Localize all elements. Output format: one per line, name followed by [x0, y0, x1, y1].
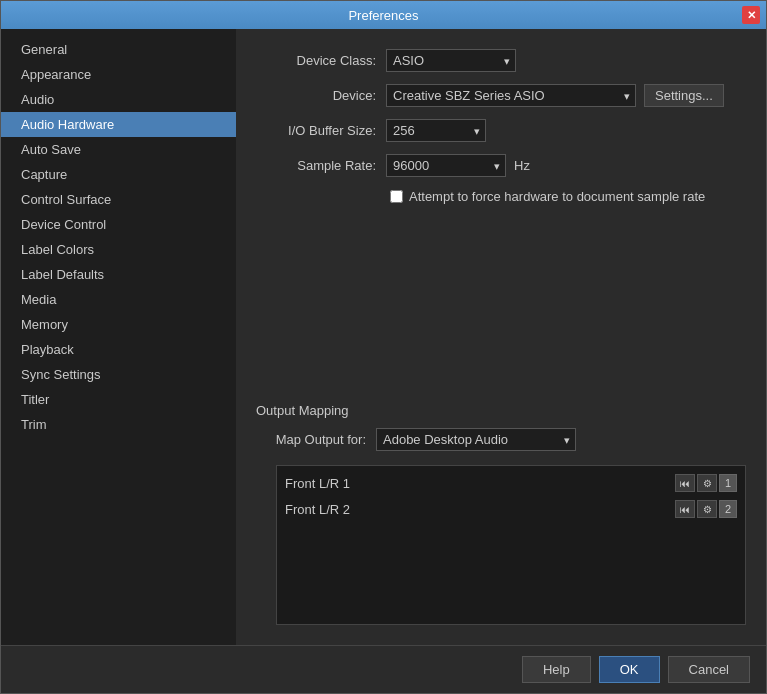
output-list: Front L/R 1⏮⚙1Front L/R 2⏮⚙2: [276, 465, 746, 625]
sample-rate-row: Sample Rate: 441004800096000192000 Hz: [256, 154, 746, 177]
footer: Help OK Cancel: [1, 645, 766, 693]
close-button[interactable]: ✕: [742, 6, 760, 24]
device-class-dropdown-wrapper: ASIOWASAPIMME: [386, 49, 516, 72]
sidebar-item-device-control[interactable]: Device Control: [1, 212, 236, 237]
cancel-button[interactable]: Cancel: [668, 656, 750, 683]
map-output-label: Map Output for:: [266, 432, 366, 447]
output-item-label: Front L/R 1: [285, 476, 350, 491]
output-number-badge: 1: [719, 474, 737, 492]
sidebar-item-label-colors[interactable]: Label Colors: [1, 237, 236, 262]
output-list-container: Front L/R 1⏮⚙1Front L/R 2⏮⚙2: [266, 461, 746, 625]
sample-rate-control: 441004800096000192000 Hz: [386, 154, 530, 177]
settings-button[interactable]: Settings...: [644, 84, 724, 107]
output-item: Front L/R 2⏮⚙2: [277, 496, 745, 522]
device-control: Creative SBZ Series ASIO Settings...: [386, 84, 724, 107]
buffer-dropdown-wrapper: 1282565121024: [386, 119, 486, 142]
sidebar-item-playback[interactable]: Playback: [1, 337, 236, 362]
buffer-control: 1282565121024: [386, 119, 486, 142]
output-edit-icon[interactable]: ⚙: [697, 474, 717, 492]
force-hardware-row: Attempt to force hardware to document sa…: [390, 189, 746, 204]
output-item-controls: ⏮⚙2: [675, 500, 737, 518]
device-label: Device:: [256, 88, 376, 103]
output-mapping-title: Output Mapping: [256, 403, 746, 418]
map-output-dropdown[interactable]: Adobe Desktop Audio: [376, 428, 576, 451]
output-rewind-icon[interactable]: ⏮: [675, 500, 695, 518]
sidebar-item-control-surface[interactable]: Control Surface: [1, 187, 236, 212]
output-item-label: Front L/R 2: [285, 502, 350, 517]
device-class-control: ASIOWASAPIMME: [386, 49, 516, 72]
sidebar-item-label-defaults[interactable]: Label Defaults: [1, 262, 236, 287]
sidebar-item-trim[interactable]: Trim: [1, 412, 236, 437]
sample-rate-label: Sample Rate:: [256, 158, 376, 173]
hz-label: Hz: [514, 158, 530, 173]
sidebar-item-general[interactable]: General: [1, 37, 236, 62]
titlebar: Preferences ✕: [1, 1, 766, 29]
spacer: [256, 220, 746, 393]
device-row: Device: Creative SBZ Series ASIO Setting…: [256, 84, 746, 107]
force-hardware-label: Attempt to force hardware to document sa…: [409, 189, 705, 204]
device-class-dropdown[interactable]: ASIOWASAPIMME: [386, 49, 516, 72]
content-area: GeneralAppearanceAudioAudio HardwareAuto…: [1, 29, 766, 645]
preferences-window: Preferences ✕ GeneralAppearanceAudioAudi…: [0, 0, 767, 694]
sidebar-item-sync-settings[interactable]: Sync Settings: [1, 362, 236, 387]
sidebar-item-audio-hardware[interactable]: Audio Hardware: [1, 112, 236, 137]
sidebar-item-appearance[interactable]: Appearance: [1, 62, 236, 87]
window-title: Preferences: [348, 8, 418, 23]
output-edit-icon[interactable]: ⚙: [697, 500, 717, 518]
output-item: Front L/R 1⏮⚙1: [277, 470, 745, 496]
sidebar-item-titler[interactable]: Titler: [1, 387, 236, 412]
sidebar-item-media[interactable]: Media: [1, 287, 236, 312]
sidebar-item-capture[interactable]: Capture: [1, 162, 236, 187]
buffer-dropdown[interactable]: 1282565121024: [386, 119, 486, 142]
map-output-dropdown-wrapper: Adobe Desktop Audio: [376, 428, 576, 451]
device-class-row: Device Class: ASIOWASAPIMME: [256, 49, 746, 72]
sample-rate-dropdown[interactable]: 441004800096000192000: [386, 154, 506, 177]
buffer-row: I/O Buffer Size: 1282565121024: [256, 119, 746, 142]
ok-button[interactable]: OK: [599, 656, 660, 683]
device-dropdown-wrapper: Creative SBZ Series ASIO: [386, 84, 636, 107]
output-rewind-icon[interactable]: ⏮: [675, 474, 695, 492]
device-dropdown[interactable]: Creative SBZ Series ASIO: [386, 84, 636, 107]
main-panel: Device Class: ASIOWASAPIMME Device: Crea…: [236, 29, 766, 645]
map-output-row: Map Output for: Adobe Desktop Audio: [266, 428, 746, 451]
help-button[interactable]: Help: [522, 656, 591, 683]
output-item-controls: ⏮⚙1: [675, 474, 737, 492]
sidebar-item-auto-save[interactable]: Auto Save: [1, 137, 236, 162]
sidebar: GeneralAppearanceAudioAudio HardwareAuto…: [1, 29, 236, 645]
sidebar-item-audio[interactable]: Audio: [1, 87, 236, 112]
sidebar-item-memory[interactable]: Memory: [1, 312, 236, 337]
force-hardware-checkbox[interactable]: [390, 190, 403, 203]
sample-rate-dropdown-wrapper: 441004800096000192000: [386, 154, 506, 177]
buffer-label: I/O Buffer Size:: [256, 123, 376, 138]
device-class-label: Device Class:: [256, 53, 376, 68]
output-number-badge: 2: [719, 500, 737, 518]
output-mapping-section: Output Mapping Map Output for: Adobe Des…: [256, 403, 746, 625]
